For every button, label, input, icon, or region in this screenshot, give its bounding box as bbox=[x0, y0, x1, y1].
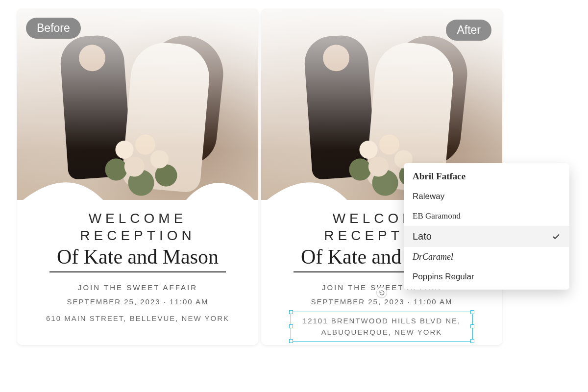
font-option-label: EB Garamond bbox=[413, 211, 461, 221]
datetime: SEPTEMBER 25, 2023 · 11:00 AM bbox=[261, 297, 502, 306]
font-option-label: Abril Fatface bbox=[413, 171, 466, 182]
names-line: Of Kate and Mason bbox=[17, 245, 258, 269]
font-option-label: Raleway bbox=[413, 192, 444, 201]
tagline: JOIN THE SWEET AFFAIR bbox=[17, 283, 258, 292]
font-picker-dropdown[interactable]: Abril FatfaceRalewayEB GaramondLatoDrCar… bbox=[404, 163, 569, 290]
checkmark-icon bbox=[552, 232, 561, 241]
address-line2[interactable]: ALBUQUERQUE, NEW YORK bbox=[321, 328, 442, 336]
font-option-eb-garamond[interactable]: EB Garamond bbox=[404, 206, 569, 226]
font-option-abril-fatface[interactable]: Abril Fatface bbox=[404, 166, 569, 187]
invite-text-block: WELCOME RECEPTION Of Kate and Mason JOIN… bbox=[17, 200, 258, 345]
address-after-wrapper: 12101 BRENTWOOD HILLS BLVD NE, ALBUQUERQ… bbox=[291, 312, 473, 342]
divider-line bbox=[49, 271, 226, 272]
font-option-label: Poppins Regular bbox=[413, 272, 474, 282]
address-before: 610 MAIN STREET, BELLEVUE, NEW YORK bbox=[17, 312, 258, 325]
welcome-heading: WELCOME RECEPTION bbox=[17, 210, 258, 244]
font-option-lato[interactable]: Lato bbox=[404, 226, 569, 247]
selected-text-frame[interactable]: 12101 BRENTWOOD HILLS BLVD NE, ALBUQUERQ… bbox=[291, 312, 473, 342]
font-option-poppins-regular[interactable]: Poppins Regular bbox=[404, 267, 569, 287]
font-option-raleway[interactable]: Raleway bbox=[404, 187, 569, 206]
datetime: SEPTEMBER 25, 2023 · 11:00 AM bbox=[17, 297, 258, 306]
after-badge: After bbox=[446, 20, 491, 41]
font-option-label: Lato bbox=[413, 231, 432, 242]
rotate-handle-icon[interactable] bbox=[376, 287, 387, 298]
before-card: Before WELCOME RECEPTION Of Kate and Mas… bbox=[17, 9, 258, 345]
before-badge: Before bbox=[26, 18, 81, 39]
address-line1[interactable]: 12101 BRENTWOOD HILLS BLVD NE, bbox=[303, 317, 461, 325]
font-option-drcaramel[interactable]: DrCaramel bbox=[404, 247, 569, 267]
font-option-label: DrCaramel bbox=[413, 252, 453, 262]
